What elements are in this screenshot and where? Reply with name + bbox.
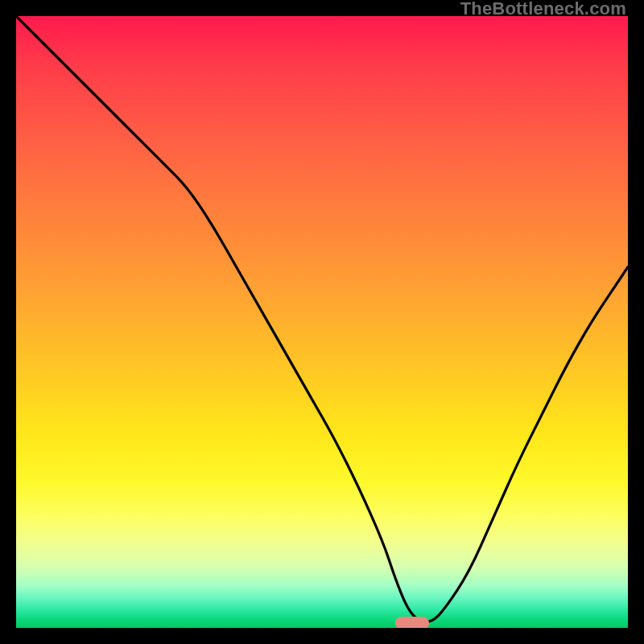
plot-area bbox=[16, 16, 628, 628]
chart-frame: TheBottleneck.com bbox=[0, 0, 644, 644]
bottleneck-curve bbox=[16, 16, 628, 628]
watermark-text: TheBottleneck.com bbox=[460, 0, 626, 19]
optimal-point-marker bbox=[395, 617, 429, 628]
